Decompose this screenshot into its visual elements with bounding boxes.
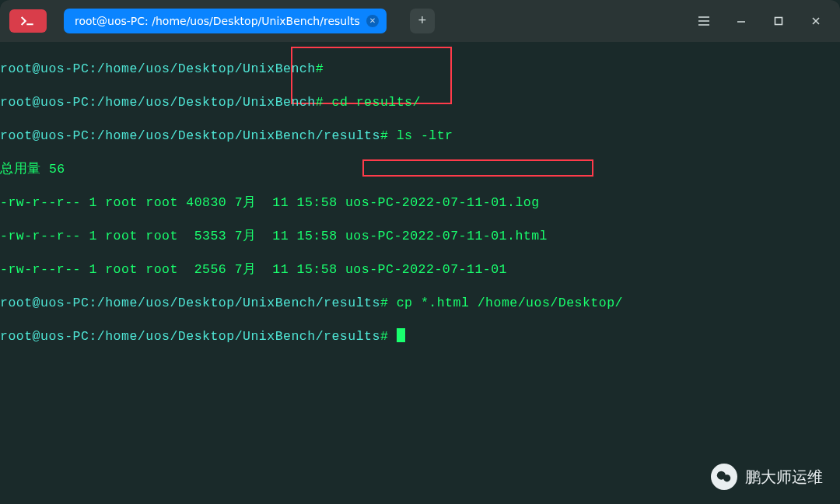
prompt: root@uos-PC:/home/uos/Desktop/UnixBench: [0, 95, 316, 110]
prompt-icon: [20, 15, 36, 27]
prompt: root@uos-PC:/home/uos/Desktop/UnixBench/…: [0, 296, 380, 310]
maximize-icon: [773, 16, 784, 26]
prompt: root@uos-PC:/home/uos/Desktop/UnixBench/…: [0, 128, 380, 143]
hamburger-icon: [698, 16, 710, 26]
prompt-hash: #: [380, 128, 388, 143]
terminal-output[interactable]: root@uos-PC:/home/uos/Desktop/UnixBench#…: [0, 42, 840, 362]
tab-title: root@uos-PC: /home/uos/Desktop/UnixBench…: [75, 15, 360, 27]
prompt-hash: #: [316, 61, 324, 76]
prompt: root@uos-PC:/home/uos/Desktop/UnixBench: [0, 61, 316, 76]
menu-button[interactable]: [686, 5, 722, 37]
prompt-hash: #: [380, 296, 388, 310]
cmd-cp: cp *.html /home/uos/Desktop/: [388, 296, 623, 310]
minimize-icon: [736, 16, 747, 26]
watermark-text: 鹏大师运维: [745, 467, 823, 488]
ls-row: -rw-r--r-- 1 root root 40830 7月 11 15:58…: [0, 194, 840, 212]
ls-total: 总用量 56: [0, 161, 840, 178]
ls-row: -rw-r--r-- 1 root root 2556 7月 11 15:58 …: [0, 261, 840, 278]
minimize-button[interactable]: [723, 5, 759, 37]
active-tab[interactable]: root@uos-PC: /home/uos/Desktop/UnixBench…: [64, 9, 387, 33]
prompt: root@uos-PC:/home/uos/Desktop/UnixBench/…: [0, 329, 380, 344]
cmd-ls: ls -ltr: [388, 128, 453, 143]
close-button[interactable]: [798, 5, 834, 37]
svg-rect-5: [775, 18, 782, 25]
terminal-app-icon[interactable]: [9, 9, 47, 33]
wechat-icon: [711, 464, 737, 490]
svg-point-9: [723, 474, 730, 481]
cmd-cd: cd results/: [324, 95, 421, 110]
titlebar: root@uos-PC: /home/uos/Desktop/UnixBench…: [0, 0, 840, 42]
window-controls: [686, 5, 834, 37]
watermark: 鹏大师运维: [711, 464, 823, 490]
ls-row: -rw-r--r-- 1 root root 5353 7月 11 15:58 …: [0, 228, 840, 245]
close-icon: [810, 16, 821, 26]
maximize-button[interactable]: [761, 5, 796, 37]
tab-close-button[interactable]: ✕: [366, 15, 379, 27]
prompt-hash: #: [380, 329, 388, 344]
plus-icon: +: [418, 13, 426, 29]
prompt-hash: #: [316, 95, 324, 110]
cursor: [397, 328, 405, 342]
new-tab-button[interactable]: +: [410, 9, 435, 33]
